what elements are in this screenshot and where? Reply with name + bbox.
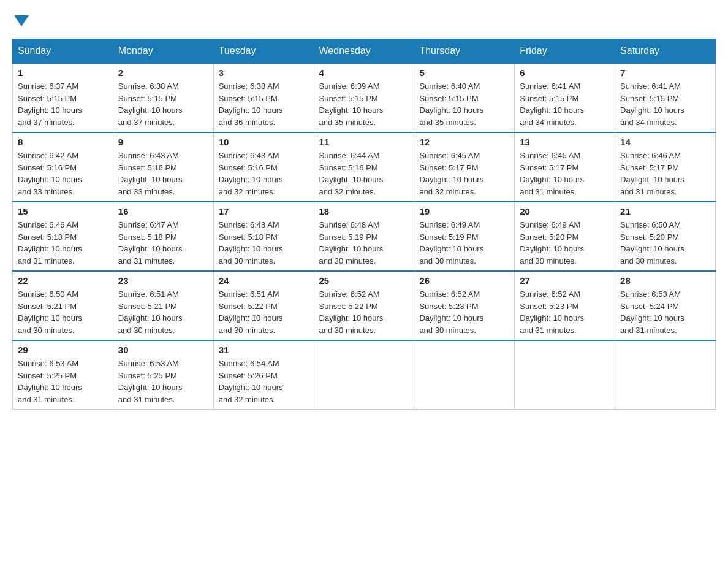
calendar-week-row: 8 Sunrise: 6:42 AMSunset: 5:16 PMDayligh… [13,132,716,202]
calendar-week-row: 22 Sunrise: 6:50 AMSunset: 5:21 PMDaylig… [13,271,716,340]
day-of-week-header: Saturday [615,39,716,64]
day-number: 29 [18,345,108,355]
day-number: 14 [620,137,710,147]
calendar-cell: 26 Sunrise: 6:52 AMSunset: 5:23 PMDaylig… [414,271,515,340]
day-of-week-header: Thursday [414,39,515,64]
calendar-cell: 20 Sunrise: 6:49 AMSunset: 5:20 PMDaylig… [515,202,615,271]
calendar-week-row: 1 Sunrise: 6:37 AMSunset: 5:15 PMDayligh… [13,63,716,132]
calendar-body: 1 Sunrise: 6:37 AMSunset: 5:15 PMDayligh… [13,63,716,410]
day-info: Sunrise: 6:37 AMSunset: 5:15 PMDaylight:… [18,82,82,127]
day-number: 17 [219,206,309,216]
calendar-cell: 22 Sunrise: 6:50 AMSunset: 5:21 PMDaylig… [13,271,113,340]
calendar-cell: 18 Sunrise: 6:48 AMSunset: 5:19 PMDaylig… [314,202,414,271]
day-number: 9 [118,137,208,147]
day-number: 5 [419,67,509,78]
calendar-cell: 14 Sunrise: 6:46 AMSunset: 5:17 PMDaylig… [615,132,716,202]
day-number: 8 [18,137,108,147]
page-header [12,12,716,26]
calendar-week-row: 15 Sunrise: 6:46 AMSunset: 5:18 PMDaylig… [13,202,716,271]
calendar-cell: 10 Sunrise: 6:43 AMSunset: 5:16 PMDaylig… [213,132,314,202]
day-info: Sunrise: 6:50 AMSunset: 5:21 PMDaylight:… [18,289,82,335]
calendar-cell [515,340,615,410]
day-number: 24 [219,275,309,286]
day-number: 22 [18,275,108,286]
day-of-week-header: Wednesday [314,39,414,64]
days-of-week-row: SundayMondayTuesdayWednesdayThursdayFrid… [13,39,716,64]
calendar-cell: 6 Sunrise: 6:41 AMSunset: 5:15 PMDayligh… [515,63,615,132]
day-number: 15 [18,206,108,216]
calendar-table: SundayMondayTuesdayWednesdayThursdayFrid… [12,39,716,410]
calendar-cell: 21 Sunrise: 6:50 AMSunset: 5:20 PMDaylig… [615,202,716,271]
calendar-cell: 3 Sunrise: 6:38 AMSunset: 5:15 PMDayligh… [213,63,314,132]
day-info: Sunrise: 6:48 AMSunset: 5:18 PMDaylight:… [219,220,283,266]
calendar-cell: 17 Sunrise: 6:48 AMSunset: 5:18 PMDaylig… [213,202,314,271]
calendar-cell: 13 Sunrise: 6:45 AMSunset: 5:17 PMDaylig… [515,132,615,202]
calendar-cell: 28 Sunrise: 6:53 AMSunset: 5:24 PMDaylig… [615,271,716,340]
calendar-cell [414,340,515,410]
day-of-week-header: Monday [113,39,213,64]
day-info: Sunrise: 6:44 AMSunset: 5:16 PMDaylight:… [319,151,384,196]
calendar-week-row: 29 Sunrise: 6:53 AMSunset: 5:25 PMDaylig… [13,340,716,410]
day-number: 2 [118,67,208,78]
logo-general [12,12,29,26]
calendar-cell: 30 Sunrise: 6:53 AMSunset: 5:25 PMDaylig… [113,340,213,410]
day-info: Sunrise: 6:45 AMSunset: 5:17 PMDaylight:… [520,151,584,196]
day-number: 30 [118,345,208,355]
logo [12,12,29,26]
day-number: 11 [319,137,409,147]
calendar-cell: 7 Sunrise: 6:41 AMSunset: 5:15 PMDayligh… [615,63,716,132]
day-number: 25 [319,275,409,286]
calendar-cell: 15 Sunrise: 6:46 AMSunset: 5:18 PMDaylig… [13,202,113,271]
day-info: Sunrise: 6:45 AMSunset: 5:17 PMDaylight:… [419,151,483,196]
day-info: Sunrise: 6:52 AMSunset: 5:22 PMDaylight:… [319,289,384,335]
day-number: 23 [118,275,208,286]
day-number: 19 [419,206,509,216]
day-number: 13 [520,137,610,147]
day-info: Sunrise: 6:54 AMSunset: 5:26 PMDaylight:… [219,359,283,404]
day-info: Sunrise: 6:53 AMSunset: 5:25 PMDaylight:… [118,359,183,404]
day-of-week-header: Tuesday [213,39,314,64]
calendar-cell: 5 Sunrise: 6:40 AMSunset: 5:15 PMDayligh… [414,63,515,132]
day-number: 1 [18,67,108,78]
calendar-cell [314,340,414,410]
logo-triangle-icon [14,15,29,26]
calendar-cell: 2 Sunrise: 6:38 AMSunset: 5:15 PMDayligh… [113,63,213,132]
day-info: Sunrise: 6:50 AMSunset: 5:20 PMDaylight:… [620,220,684,266]
day-info: Sunrise: 6:41 AMSunset: 5:15 PMDaylight:… [620,82,684,127]
day-number: 26 [419,275,509,286]
day-of-week-header: Friday [515,39,615,64]
calendar-cell: 4 Sunrise: 6:39 AMSunset: 5:15 PMDayligh… [314,63,414,132]
calendar-cell: 9 Sunrise: 6:43 AMSunset: 5:16 PMDayligh… [113,132,213,202]
day-info: Sunrise: 6:51 AMSunset: 5:22 PMDaylight:… [219,289,283,335]
calendar-cell: 23 Sunrise: 6:51 AMSunset: 5:21 PMDaylig… [113,271,213,340]
day-number: 21 [620,206,710,216]
day-info: Sunrise: 6:47 AMSunset: 5:18 PMDaylight:… [118,220,183,266]
calendar-cell: 25 Sunrise: 6:52 AMSunset: 5:22 PMDaylig… [314,271,414,340]
day-info: Sunrise: 6:38 AMSunset: 5:15 PMDaylight:… [219,82,283,127]
calendar-cell: 16 Sunrise: 6:47 AMSunset: 5:18 PMDaylig… [113,202,213,271]
day-number: 31 [219,345,309,355]
day-number: 20 [520,206,610,216]
calendar-cell: 12 Sunrise: 6:45 AMSunset: 5:17 PMDaylig… [414,132,515,202]
day-info: Sunrise: 6:42 AMSunset: 5:16 PMDaylight:… [18,151,82,196]
day-info: Sunrise: 6:48 AMSunset: 5:19 PMDaylight:… [319,220,384,266]
day-info: Sunrise: 6:40 AMSunset: 5:15 PMDaylight:… [419,82,483,127]
calendar-cell: 8 Sunrise: 6:42 AMSunset: 5:16 PMDayligh… [13,132,113,202]
day-number: 27 [520,275,610,286]
calendar-cell: 24 Sunrise: 6:51 AMSunset: 5:22 PMDaylig… [213,271,314,340]
calendar-cell: 19 Sunrise: 6:49 AMSunset: 5:19 PMDaylig… [414,202,515,271]
day-info: Sunrise: 6:53 AMSunset: 5:25 PMDaylight:… [18,359,82,404]
calendar-cell: 1 Sunrise: 6:37 AMSunset: 5:15 PMDayligh… [13,63,113,132]
day-number: 28 [620,275,710,286]
calendar-header: SundayMondayTuesdayWednesdayThursdayFrid… [13,39,716,64]
day-info: Sunrise: 6:43 AMSunset: 5:16 PMDaylight:… [118,151,183,196]
day-number: 6 [520,67,610,78]
day-of-week-header: Sunday [13,39,113,64]
day-number: 18 [319,206,409,216]
day-info: Sunrise: 6:39 AMSunset: 5:15 PMDaylight:… [319,82,384,127]
day-info: Sunrise: 6:49 AMSunset: 5:20 PMDaylight:… [520,220,584,266]
day-info: Sunrise: 6:43 AMSunset: 5:16 PMDaylight:… [219,151,283,196]
day-info: Sunrise: 6:52 AMSunset: 5:23 PMDaylight:… [520,289,584,335]
day-info: Sunrise: 6:46 AMSunset: 5:17 PMDaylight:… [620,151,684,196]
day-number: 16 [118,206,208,216]
